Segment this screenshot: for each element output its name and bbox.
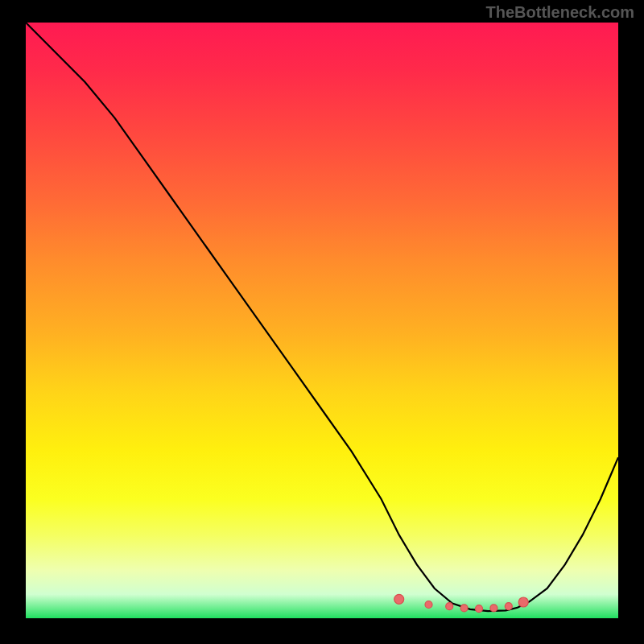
marker-point — [446, 603, 453, 610]
marker-point — [460, 605, 468, 612]
marker-point — [490, 605, 497, 612]
marker-point — [394, 594, 404, 604]
optimal-range-markers — [394, 594, 529, 612]
marker-point — [505, 603, 512, 610]
chart-plot-area — [26, 23, 618, 618]
marker-point — [476, 605, 483, 613]
marker-point — [425, 601, 432, 609]
marker-point — [518, 597, 528, 607]
chart-svg — [26, 23, 618, 618]
watermark-text: TheBottleneck.com — [486, 3, 634, 22]
bottleneck-curve-line — [26, 23, 618, 611]
